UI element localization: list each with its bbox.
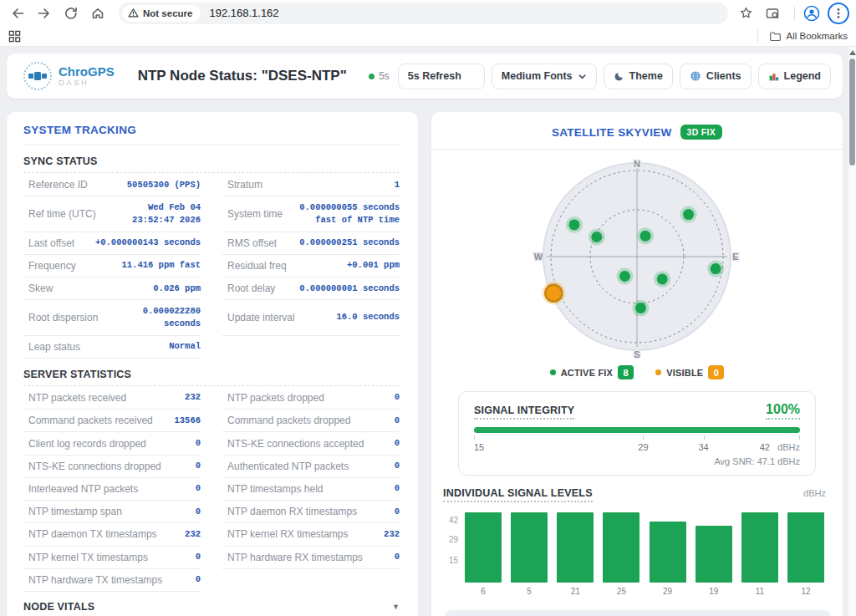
signal-levels-title: INDIVIDUAL SIGNAL LEVELS: [443, 487, 593, 502]
legend-button[interactable]: Legend: [758, 64, 831, 89]
node-vitals-toggle[interactable]: NODE VITALS ▼: [23, 601, 400, 613]
kv-row: Leap statusNormal: [23, 336, 201, 359]
kv-row: [222, 569, 400, 592]
y-axis-label: 15: [449, 556, 458, 565]
bar-label: 21: [557, 587, 594, 598]
kv-row: Interleaved NTP packets0: [23, 478, 201, 501]
tab-search-icon: [765, 6, 780, 21]
kv-value: 11.416 ppm fast: [121, 259, 201, 272]
home-button[interactable]: [87, 3, 109, 24]
chevron-down-icon: [578, 72, 587, 81]
satellite-active-dot: [637, 227, 654, 244]
brand-block: ChroGPS DASH: [59, 65, 115, 87]
kv-value: 0.000022280 seconds: [104, 305, 201, 330]
kv-label: NTP hardware RX timestamps: [227, 552, 363, 563]
kv-label: NTP kernel TX timestamps: [28, 552, 148, 563]
scrollbar-thumb[interactable]: [849, 59, 855, 165]
font-size-value: Medium Fonts: [502, 70, 573, 82]
refresh-interval-select[interactable]: 5s Refresh: [398, 64, 485, 89]
y-axis-label: 29: [449, 535, 458, 544]
bar-column: 21: [557, 512, 594, 598]
server-statistics-title: SERVER STATISTICS: [23, 369, 131, 380]
kv-row: NTP hardware TX timestamps0: [23, 569, 201, 592]
profile-button[interactable]: [801, 3, 823, 24]
kv-row: NTS-KE connections accepted0: [222, 432, 400, 455]
tick-label: 29: [638, 442, 648, 452]
refresh-status: 5s: [369, 70, 390, 82]
star-icon: [739, 6, 753, 20]
kv-label: Residual freq: [227, 260, 287, 272]
tick-mark: [799, 435, 800, 440]
compass-north-label: N: [634, 159, 640, 169]
active-fix-label: ACTIVE FIX: [561, 368, 614, 378]
bar-column: 11: [741, 512, 778, 598]
kv-label: NTP packets received: [28, 392, 126, 404]
satellite-active-dot: [588, 228, 605, 245]
bookmark-star-button[interactable]: [735, 3, 757, 24]
kv-row: Root delay0.000000001 seconds: [222, 277, 400, 300]
kv-value: 0.000000055 seconds fast of NTP time: [289, 201, 400, 227]
back-button[interactable]: [7, 3, 28, 24]
kv-value: 0: [395, 415, 400, 427]
satellite-active-dot: [707, 261, 724, 277]
kv-value: 1: [395, 179, 400, 191]
font-size-select[interactable]: Medium Fonts: [492, 64, 597, 89]
chrogps-logo-icon: [23, 62, 52, 90]
tab-search-button[interactable]: [762, 3, 783, 24]
dashboard-header: ChroGPS DASH NTP Node Status: "DSES-NTP"…: [7, 53, 843, 99]
folder-icon: [769, 30, 782, 43]
kv-value: 0.000000251 seconds: [299, 237, 400, 249]
kv-row: Root dispersion0.000022280 seconds: [23, 300, 201, 335]
divider: [431, 149, 843, 150]
address-bar[interactable]: Not secure 192.168.1.162: [119, 3, 728, 24]
kv-value: 0.026 ppm: [153, 283, 201, 295]
all-bookmarks-button[interactable]: All Bookmarks: [752, 29, 848, 43]
kv-row: Client log records dropped0: [23, 432, 201, 455]
browser-menu-button[interactable]: [828, 3, 849, 24]
forward-button[interactable]: [33, 3, 55, 24]
kv-label: Command packets dropped: [227, 415, 350, 426]
kv-row: Ref time (UTC)Wed Feb 04 23:52:47 2026: [23, 196, 201, 232]
kv-value: 232: [185, 528, 201, 541]
theme-button[interactable]: Theme: [604, 64, 673, 89]
kv-row: NTP packets received232: [23, 387, 201, 410]
legend-visible: VISIBLE 0: [655, 365, 724, 379]
kv-row: Skew0.026 ppm: [23, 277, 201, 300]
visible-dot: [655, 369, 661, 375]
kv-value: 0: [196, 573, 201, 586]
reload-button[interactable]: [60, 3, 82, 24]
node-vitals-title: NODE VITALS: [23, 601, 94, 613]
security-chip[interactable]: Not secure: [122, 5, 201, 22]
bar-column: 12: [787, 512, 824, 598]
kv-label: NTP timestamp span: [28, 506, 122, 517]
apps-grid-button[interactable]: [8, 30, 21, 43]
brand-name: ChroGPS: [59, 65, 115, 79]
clients-button[interactable]: Clients: [680, 64, 752, 89]
kv-row: Residual freq+0.001 ppm: [222, 255, 400, 277]
kv-value: 0: [395, 391, 400, 404]
moon-icon: [614, 71, 624, 82]
kv-label: NTP packets dropped: [227, 392, 324, 404]
kv-label: NTP daemon TX timestamps: [28, 528, 157, 540]
satellite-active-dot: [616, 268, 633, 285]
signal-bar: [787, 512, 824, 583]
refresh-interval-value: 5s Refresh: [408, 70, 461, 82]
legend-active-fix: ACTIVE FIX 8: [550, 365, 634, 379]
signal-bar: [603, 512, 639, 583]
kv-label: Stratum: [227, 179, 262, 191]
bookmarks-bar: All Bookmarks: [0, 26, 856, 47]
skyview-title: SATELLITE SKYVIEW: [552, 126, 672, 139]
kv-row: [222, 336, 400, 359]
kv-label: NTS-KE connections accepted: [227, 438, 364, 450]
divider: [23, 145, 400, 145]
scrollbar-up-arrow[interactable]: [849, 49, 856, 56]
kv-row: System time0.000000055 seconds fast of N…: [222, 196, 400, 232]
active-fix-dot: [550, 369, 556, 375]
compass-west-label: W: [534, 252, 543, 262]
satellite-active-dot: [680, 206, 697, 223]
tick-mark: [643, 435, 644, 440]
tick-mark: [474, 435, 475, 440]
kv-value: Wed Feb 04 23:52:47 2026: [103, 201, 201, 227]
active-fix-count: 8: [618, 365, 634, 379]
kv-value: 0: [395, 460, 400, 472]
